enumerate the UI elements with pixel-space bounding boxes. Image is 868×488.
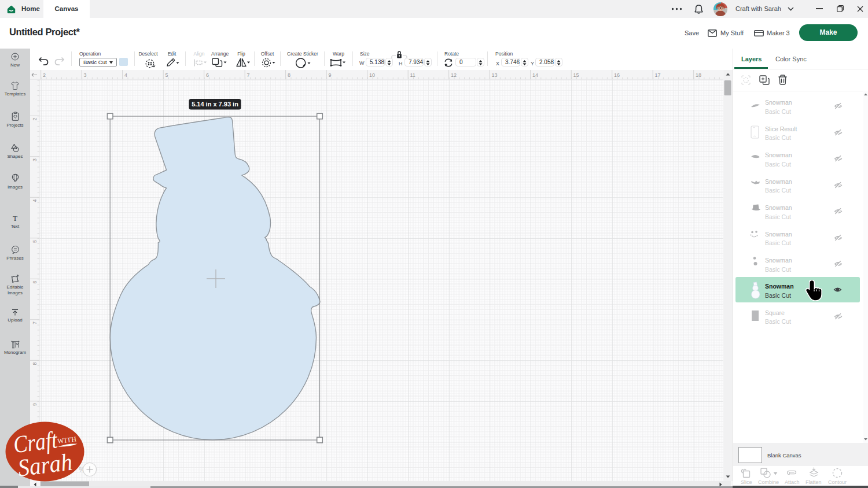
svg-text:18: 18 <box>696 72 701 78</box>
svg-text:11: 11 <box>410 72 415 78</box>
svg-text:5: 5 <box>165 72 168 78</box>
svg-text:4: 4 <box>32 199 38 202</box>
svg-text:12: 12 <box>451 72 457 78</box>
svg-text:15: 15 <box>573 72 579 78</box>
svg-text:7: 7 <box>247 72 250 78</box>
svg-text:5.14 in x 7.93 in: 5.14 in x 7.93 in <box>192 101 238 108</box>
svg-text:14: 14 <box>532 72 538 78</box>
svg-text:8: 8 <box>32 362 38 365</box>
svg-text:9: 9 <box>32 403 38 406</box>
svg-text:4: 4 <box>124 72 127 78</box>
svg-text:10: 10 <box>369 72 375 78</box>
svg-text:6: 6 <box>206 72 209 78</box>
svg-text:9: 9 <box>329 72 332 78</box>
svg-text:2: 2 <box>32 117 38 120</box>
svg-text:8: 8 <box>288 72 290 78</box>
svg-text:13: 13 <box>492 72 498 78</box>
svg-text:3: 3 <box>32 158 38 161</box>
svg-text:2: 2 <box>43 72 46 78</box>
svg-text:16: 16 <box>614 72 620 78</box>
svg-text:17: 17 <box>655 72 661 78</box>
svg-text:3: 3 <box>84 72 87 78</box>
svg-text:7: 7 <box>32 321 38 324</box>
svg-text:6: 6 <box>32 280 38 283</box>
svg-text:5: 5 <box>32 240 38 243</box>
svg-text:T: T <box>13 215 17 223</box>
